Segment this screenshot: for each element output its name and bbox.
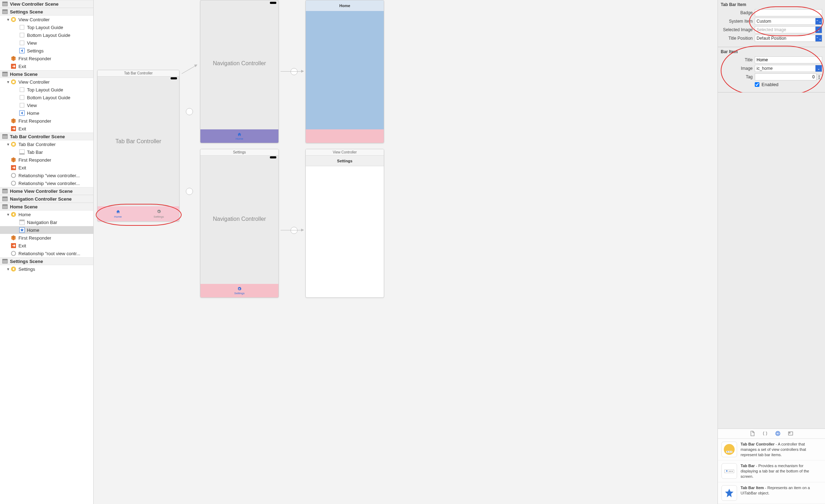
segue-indicator[interactable] (186, 188, 193, 195)
item-label: Tab Bar Controller (18, 142, 56, 147)
outline-scene-header[interactable]: Home Scene (0, 70, 93, 78)
svg-rect-25 (20, 153, 24, 155)
outline-item[interactable]: Relationship "view controller... (0, 179, 93, 187)
scene-title: View Controller (306, 149, 384, 156)
outline-scene-header[interactable]: View Controller Scene (0, 0, 93, 8)
outline-item[interactable]: ▼View Controller (0, 16, 93, 23)
outline-item[interactable]: Relationship "root view contr... (0, 250, 93, 257)
outline-item[interactable]: Relationship "view controller... (0, 172, 93, 179)
tag-stepper[interactable]: ▲▼ (816, 74, 822, 80)
disclosure-triangle-icon[interactable]: ▼ (6, 213, 10, 217)
media-library-tab-icon[interactable] (787, 430, 794, 437)
home-icon (237, 132, 242, 137)
disclosure-triangle-icon[interactable]: ▼ (6, 80, 10, 84)
item-label: Top Layout Guide (27, 87, 63, 93)
system-item-select[interactable]: Custom ⌃⌄ (755, 18, 822, 25)
outline-item[interactable]: Tab Bar (0, 148, 93, 156)
file-template-tab-icon[interactable] (749, 430, 756, 437)
code-snippet-tab-icon[interactable] (762, 430, 769, 437)
tab-bar-preview: Settings (200, 284, 278, 297)
outline-item[interactable]: View (0, 101, 93, 109)
scene-icon (2, 196, 8, 202)
outline-item[interactable]: Bottom Layout Guide (0, 94, 93, 101)
svg-rect-3 (2, 10, 7, 11)
outline-item[interactable]: First Responder (0, 117, 93, 125)
item-icon (11, 243, 16, 248)
item-label: Relationship "root view contr... (18, 251, 80, 256)
disclosure-triangle-icon[interactable]: ▼ (6, 18, 10, 22)
selected-image-select[interactable]: Selected Image ⌄ (755, 26, 822, 33)
tag-input[interactable] (755, 73, 816, 80)
item-icon (19, 110, 25, 116)
outline-item[interactable]: ▼Tab Bar Controller (0, 140, 93, 148)
item-icon (19, 149, 25, 155)
outline-item[interactable]: Home (0, 226, 93, 234)
badge-input[interactable] (755, 9, 822, 16)
segue-indicator[interactable] (290, 68, 298, 75)
tab-bar-item-home[interactable]: Home (98, 206, 138, 221)
library-item[interactable]: Tab Bar Controller - A controller that m… (718, 439, 825, 461)
outline-item[interactable]: Navigation Bar (0, 218, 93, 226)
outline-item[interactable]: Exit (0, 242, 93, 250)
home-view-controller-scene[interactable]: Home (305, 0, 384, 143)
outline-item[interactable]: Top Layout Guide (0, 23, 93, 31)
outline-scene-header[interactable]: Home Scene (0, 203, 93, 211)
outline-scene-header[interactable]: Settings Scene (0, 257, 93, 265)
navigation-controller-home-scene[interactable]: Navigation Controller Home (200, 0, 279, 143)
item-icon (11, 141, 16, 147)
svg-point-27 (11, 173, 16, 178)
segue-indicator[interactable] (186, 108, 193, 115)
enabled-checkbox[interactable] (755, 82, 759, 87)
controller-label: Navigation Controller (200, 60, 278, 67)
item-icon (11, 63, 16, 69)
library-item[interactable]: Tab Bar Item - Represents an item on a U… (718, 482, 825, 504)
image-select[interactable]: ic_home ⌄ (755, 65, 822, 72)
object-library-tab-icon[interactable] (774, 430, 781, 437)
label-selected-image: Selected Image (721, 27, 755, 32)
svg-point-55 (730, 471, 731, 472)
outline-scene-header[interactable]: Home View Controller Scene (0, 187, 93, 195)
label-badge: Badge (721, 10, 755, 15)
settings-view-controller-scene[interactable]: View Controller Settings (305, 149, 384, 298)
outline-item[interactable]: Exit (0, 62, 93, 70)
outline-item[interactable]: First Responder (0, 234, 93, 242)
svg-rect-5 (12, 18, 15, 21)
disclosure-triangle-icon[interactable]: ▼ (6, 142, 10, 146)
outline-item[interactable]: Settings (0, 47, 93, 55)
outline-item[interactable]: ▼View Controller (0, 78, 93, 86)
outline-item[interactable]: ▼Home (0, 211, 93, 218)
item-label: Home (27, 228, 39, 233)
item-label: View Controller (18, 79, 50, 85)
scene-title: Tab Bar Controller (98, 70, 179, 77)
outline-item[interactable]: Exit (0, 164, 93, 172)
scene-label: Settings Scene (10, 9, 43, 15)
segue-indicator[interactable] (290, 227, 298, 234)
disclosure-triangle-icon[interactable]: ▼ (6, 267, 10, 271)
scene-icon (2, 9, 8, 15)
outline-item[interactable]: First Responder (0, 55, 93, 62)
scene-icon (2, 188, 8, 194)
outline-scene-header[interactable]: Tab Bar Controller Scene (0, 133, 93, 140)
library-item[interactable]: Tab Bar - Provides a mechanism for displ… (718, 460, 825, 482)
outline-item[interactable]: Home (0, 109, 93, 117)
tab-bar-item-settings[interactable]: Settings (138, 206, 179, 221)
tab-bar-controller-scene[interactable]: Tab Bar Controller Tab Bar Controller Ho… (97, 70, 179, 222)
outline-item[interactable]: Top Layout Guide (0, 86, 93, 94)
document-outline[interactable]: View Controller SceneSettings Scene▼View… (0, 0, 94, 504)
outline-scene-header[interactable]: Navigation Controller Scene (0, 195, 93, 203)
item-label: Top Layout Guide (27, 25, 63, 30)
navigation-controller-settings-scene[interactable]: Settings Navigation Controller Settings (200, 149, 279, 298)
outline-item[interactable]: Bottom Layout Guide (0, 31, 93, 39)
tab-bar[interactable]: Home Settings (98, 206, 179, 221)
title-input[interactable] (755, 56, 822, 63)
item-icon (19, 219, 25, 225)
outline-scene-header[interactable]: Settings Scene (0, 8, 93, 16)
outline-item[interactable]: Exit (0, 125, 93, 133)
outline-item[interactable]: View (0, 39, 93, 47)
svg-rect-17 (20, 103, 24, 107)
item-label: Tab Bar (27, 150, 43, 155)
outline-item[interactable]: ▼Settings (0, 265, 93, 273)
storyboard-canvas[interactable]: Tab Bar Controller Tab Bar Controller Ho… (94, 0, 718, 504)
title-position-select[interactable]: Default Position ⌃⌄ (755, 35, 822, 42)
outline-item[interactable]: First Responder (0, 156, 93, 164)
